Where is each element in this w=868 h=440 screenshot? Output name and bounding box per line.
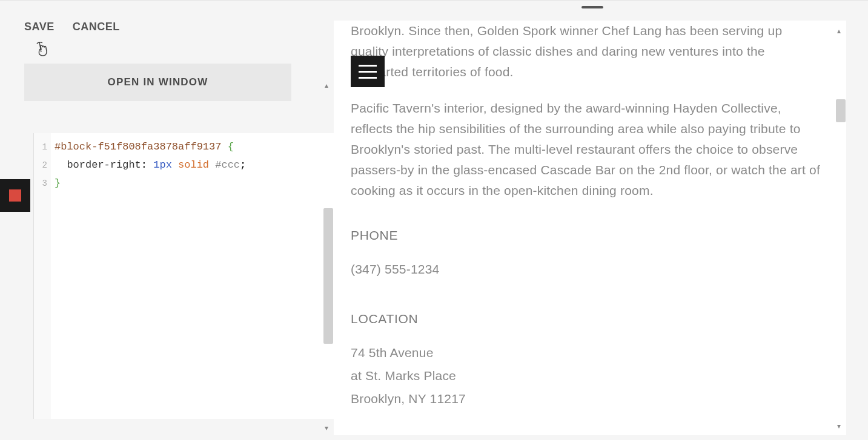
css-property: border-right	[67, 159, 141, 171]
css-brace: {	[228, 141, 234, 153]
pointer-cursor-icon	[35, 39, 51, 60]
line-number: 3	[34, 174, 47, 192]
panel-drag-handle[interactable]	[581, 6, 603, 8]
location-heading: LOCATION	[351, 309, 822, 329]
line-number: 2	[34, 156, 47, 174]
css-value-color: #ccc	[215, 159, 240, 171]
preview-paragraph: Brooklyn. Since then, Golden Spork winne…	[351, 21, 822, 82]
scroll-down-icon[interactable]: ▾	[325, 424, 328, 432]
css-brace: }	[55, 177, 61, 189]
recording-stop-indicator[interactable]	[0, 179, 30, 212]
scroll-up-icon[interactable]: ▴	[837, 27, 841, 35]
scroll-up-icon[interactable]: ▴	[325, 81, 328, 90]
code-content[interactable]: #block-f51f808fa3878aff9137 { border-rig…	[51, 133, 246, 419]
editor-actions: SAVE CANCEL	[0, 21, 334, 33]
scroll-thumb[interactable]	[323, 208, 333, 344]
phone-value: (347) 555-1234	[351, 259, 822, 280]
hamburger-menu-icon[interactable]	[351, 56, 385, 87]
css-semicolon: ;	[240, 159, 246, 171]
location-line: at St. Marks Place	[351, 366, 822, 386]
scroll-down-icon[interactable]: ▾	[837, 422, 841, 430]
css-value-solid: solid	[178, 159, 209, 171]
line-number: 1	[34, 138, 47, 156]
preview-scrollbar[interactable]: ▴ ▾	[835, 21, 846, 435]
left-scrollbar[interactable]: ▴ ▾	[323, 81, 334, 432]
scroll-thumb[interactable]	[836, 99, 846, 122]
preview-paragraph: Pacific Tavern's interior, designed by t…	[351, 98, 822, 201]
main-layout: SAVE CANCEL OPEN IN WINDOW 1 2 3 #block-…	[0, 2, 868, 440]
location-line: Brooklyn, NY 11217	[351, 389, 822, 409]
stop-square-icon	[9, 189, 21, 202]
line-number-gutter: 1 2 3	[34, 133, 51, 419]
phone-heading: PHONE	[351, 225, 822, 246]
preview-panel: Brooklyn. Since then, Golden Spork winne…	[334, 21, 846, 435]
preview-content: Brooklyn. Since then, Golden Spork winne…	[334, 21, 846, 409]
code-editor[interactable]: 1 2 3 #block-f51f808fa3878aff9137 { bord…	[33, 133, 334, 419]
css-value-px: 1px	[153, 159, 172, 171]
css-selector: #block-f51f808fa3878aff9137	[55, 141, 221, 153]
open-in-window-button[interactable]: OPEN IN WINDOW	[24, 64, 291, 101]
location-line: 74 5th Avenue	[351, 343, 822, 363]
cancel-button[interactable]: CANCEL	[73, 21, 120, 33]
save-button[interactable]: SAVE	[24, 21, 55, 33]
css-editor-panel: SAVE CANCEL OPEN IN WINDOW 1 2 3 #block-…	[0, 2, 334, 440]
